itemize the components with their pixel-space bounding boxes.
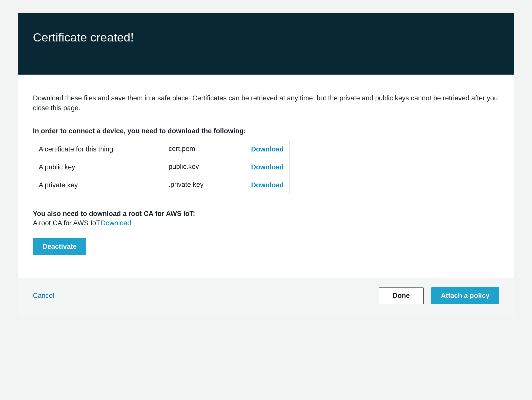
downloads-heading: In order to connect a device, you need t… xyxy=(33,127,499,135)
cancel-link[interactable]: Cancel xyxy=(33,292,54,300)
table-row: A certificate for this thing cert.pem Do… xyxy=(33,140,289,158)
download-cert-link[interactable]: Download xyxy=(251,145,284,153)
download-root-ca-link[interactable]: Download xyxy=(101,219,131,227)
file-label: A certificate for this thing xyxy=(39,145,127,153)
attach-policy-button[interactable]: Attach a policy xyxy=(431,287,499,304)
modal-header: Certificate created! xyxy=(18,13,514,75)
file-name: public.key xyxy=(127,163,241,171)
redacted-prefix xyxy=(127,145,169,153)
modal-footer: Cancel Done Attach a policy xyxy=(18,278,514,317)
done-button[interactable]: Done xyxy=(379,287,424,304)
table-row: A public key public.key Download xyxy=(33,158,289,176)
downloads-table: A certificate for this thing cert.pem Do… xyxy=(33,140,290,194)
certificate-created-modal: Certificate created! Download these file… xyxy=(18,13,514,317)
file-name: .private.key xyxy=(127,181,241,189)
redacted-prefix xyxy=(127,181,169,189)
file-label: A private key xyxy=(39,181,127,189)
table-row: A private key .private.key Download xyxy=(33,176,289,194)
redacted-prefix xyxy=(127,163,169,171)
page-title: Certificate created! xyxy=(33,30,499,44)
root-ca-heading: You also need to download a root CA for … xyxy=(33,210,499,218)
root-ca-line: A root CA for AWS IoTDownload xyxy=(33,219,499,227)
download-public-key-link[interactable]: Download xyxy=(251,163,284,171)
deactivate-button[interactable]: Deactivate xyxy=(33,238,86,255)
root-ca-section: You also need to download a root CA for … xyxy=(33,210,499,227)
modal-body: Download these files and save them in a … xyxy=(18,75,514,278)
file-label: A public key xyxy=(39,163,127,171)
file-name: cert.pem xyxy=(127,145,241,153)
intro-text: Download these files and save them in a … xyxy=(33,93,499,113)
download-private-key-link[interactable]: Download xyxy=(251,181,284,189)
